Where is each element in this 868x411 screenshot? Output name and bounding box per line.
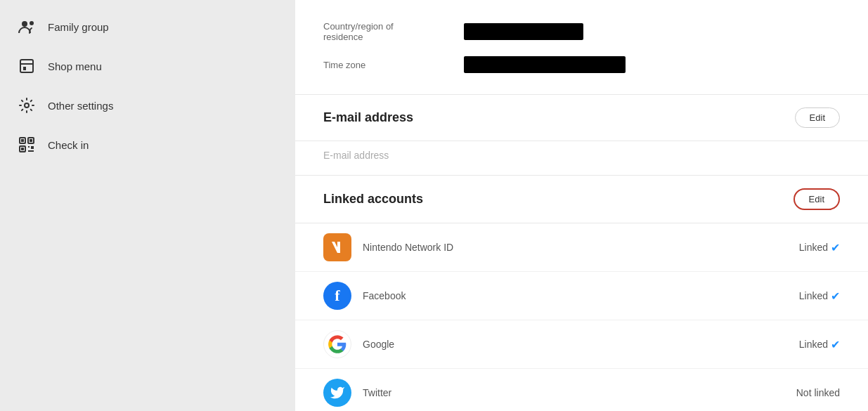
email-section-header: E-mail address Edit: [295, 95, 868, 141]
sidebar-item-label: Family group: [48, 21, 109, 33]
location-section: Country/region ofresidence Time zone: [295, 0, 868, 95]
nintendo-account-row: Nintendo Network ID Linked ✔: [295, 223, 868, 272]
svg-rect-3: [23, 67, 26, 70]
svg-rect-6: [21, 139, 24, 142]
twitter-account-name: Twitter: [363, 387, 785, 398]
svg-point-0: [22, 21, 27, 27]
twitter-account-status: Not linked: [796, 387, 840, 398]
nintendo-check-icon: ✔: [831, 241, 840, 254]
google-check-icon: ✔: [831, 338, 840, 351]
linked-accounts-section: Linked accounts Edit Nintendo Network ID…: [295, 176, 868, 411]
svg-rect-13: [28, 150, 34, 152]
twitter-logo: [323, 379, 351, 407]
timezone-value: [464, 56, 626, 73]
country-row: Country/region ofresidence: [323, 14, 840, 49]
linked-accounts-edit-button[interactable]: Edit: [793, 188, 840, 210]
sidebar-item-label: Check in: [48, 139, 89, 151]
facebook-account-row: f Facebook Linked ✔: [295, 272, 868, 320]
google-account-name: Google: [363, 339, 788, 350]
svg-rect-11: [28, 146, 30, 148]
country-value: [464, 23, 583, 40]
sidebar-item-other-settings[interactable]: Other settings: [0, 86, 295, 125]
email-section-title: E-mail address: [323, 110, 413, 125]
email-section: E-mail address Edit E-mail address: [295, 95, 868, 176]
nintendo-account-status: Linked ✔: [799, 241, 840, 254]
gear-icon: [17, 96, 37, 115]
shop-icon: [17, 56, 37, 76]
google-account-status: Linked ✔: [799, 338, 840, 351]
google-account-row: Google Linked ✔: [295, 320, 868, 369]
email-address-field: E-mail address: [295, 141, 868, 176]
facebook-account-name: Facebook: [363, 290, 788, 301]
svg-point-1: [30, 21, 34, 25]
google-logo: [323, 330, 351, 358]
nintendo-logo: [323, 233, 351, 261]
email-placeholder: E-mail address: [323, 150, 389, 161]
timezone-row: Time zone: [323, 49, 840, 80]
linked-accounts-title: Linked accounts: [323, 192, 423, 207]
family-icon: [17, 17, 37, 37]
sidebar-item-check-in[interactable]: Check in: [0, 125, 295, 164]
qr-icon: [17, 135, 37, 155]
twitter-account-row: Twitter Not linked: [295, 369, 868, 411]
facebook-account-status: Linked ✔: [799, 289, 840, 303]
linked-accounts-header: Linked accounts Edit: [295, 176, 868, 223]
facebook-logo: f: [323, 282, 351, 310]
timezone-label: Time zone: [323, 60, 464, 70]
svg-rect-2: [20, 60, 33, 72]
main-content: Country/region ofresidence Time zone E-m…: [295, 0, 868, 411]
country-label: Country/region ofresidence: [323, 21, 464, 42]
svg-point-4: [25, 103, 29, 107]
sidebar-item-shop-menu[interactable]: Shop menu: [0, 46, 295, 86]
facebook-icon: f: [335, 287, 339, 305]
svg-rect-12: [31, 146, 34, 149]
sidebar-item-family-group[interactable]: Family group: [0, 7, 295, 46]
svg-rect-8: [30, 139, 32, 142]
sidebar-item-label: Shop menu: [48, 60, 102, 72]
facebook-check-icon: ✔: [831, 289, 840, 303]
sidebar-item-label: Other settings: [48, 100, 113, 112]
nintendo-account-name: Nintendo Network ID: [363, 242, 788, 253]
sidebar: Family group Shop menu Other settings: [0, 0, 295, 411]
svg-rect-10: [21, 148, 24, 150]
email-edit-button[interactable]: Edit: [795, 107, 840, 128]
